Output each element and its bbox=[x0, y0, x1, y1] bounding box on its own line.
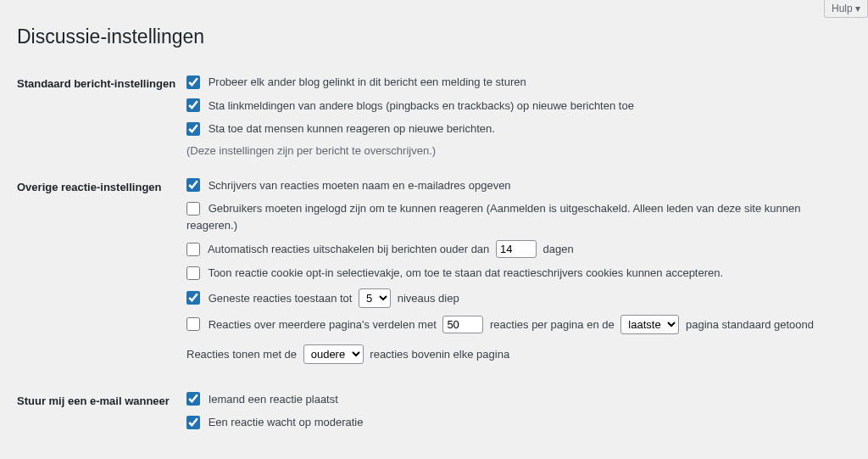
default-opt3-label[interactable]: Sta toe dat mensen kunnen reageren op ni… bbox=[186, 120, 843, 137]
other-opt4-checkbox[interactable] bbox=[186, 266, 200, 280]
default-opt1-checkbox[interactable] bbox=[186, 76, 200, 89]
other-opt1-checkbox[interactable] bbox=[186, 178, 200, 192]
close-days-input[interactable] bbox=[496, 240, 537, 258]
help-button[interactable]: Hulp ▾ bbox=[824, 0, 868, 18]
section-heading-email: Stuur mij een e-mail wanneer bbox=[17, 383, 186, 450]
default-page-select[interactable]: laatste bbox=[620, 315, 679, 334]
default-opt2-label[interactable]: Sta linkmeldingen van andere blogs (ping… bbox=[186, 98, 843, 115]
other-opt6-pre: Reacties over meerdere pagina's verdelen… bbox=[209, 318, 437, 331]
email-opt1-text: Iemand een reactie plaatst bbox=[209, 393, 338, 406]
other-opt5-pre: Geneste reacties toestaan tot bbox=[209, 292, 353, 305]
email-opt1-checkbox[interactable] bbox=[186, 392, 200, 406]
section-heading-before: Voor een reactie verschijnt bbox=[17, 450, 186, 460]
other-opt6-label[interactable]: Reacties over meerdere pagina's verdelen… bbox=[186, 315, 843, 334]
other-opt4-label[interactable]: Toon reactie cookie opt-in selectievakje… bbox=[186, 265, 843, 282]
thread-depth-select[interactable]: 5 bbox=[359, 288, 391, 308]
other-opt6-post: pagina standaard getoond bbox=[686, 318, 814, 331]
other-opt3-pre: Automatisch reacties uitschakelen bij be… bbox=[208, 243, 489, 255]
other-opt1-text: Schrijvers van reacties moeten naam en e… bbox=[209, 179, 511, 192]
comment-order-select[interactable]: oudere bbox=[303, 344, 364, 364]
email-opt2-checkbox[interactable] bbox=[186, 416, 200, 429]
default-opt3-checkbox[interactable] bbox=[186, 122, 200, 136]
other-opt2-checkbox[interactable] bbox=[186, 202, 200, 216]
email-opt2-label[interactable]: Een reactie wacht op moderatie bbox=[186, 414, 843, 431]
default-opt3-text: Sta toe dat mensen kunnen reageren op ni… bbox=[209, 122, 495, 135]
other-opt7-label: Reacties tonen met de oudere reacties bo… bbox=[186, 344, 843, 364]
other-opt7-pre: Reacties tonen met de bbox=[186, 348, 297, 361]
default-opt1-label[interactable]: Probeer elk ander blog gelinkt in dit be… bbox=[186, 74, 843, 91]
email-opt2-text: Een reactie wacht op moderatie bbox=[209, 416, 364, 428]
other-opt6-mid: reacties per pagina en de bbox=[490, 318, 615, 331]
other-opt3-label[interactable]: Automatisch reacties uitschakelen bij be… bbox=[186, 240, 843, 258]
default-opt1-text: Probeer elk ander blog gelinkt in dit be… bbox=[209, 76, 526, 88]
other-opt2-label[interactable]: Gebruikers moeten ingelogd zijn om te ku… bbox=[186, 200, 843, 233]
other-opt7-post: reacties bovenin elke pagina bbox=[370, 348, 509, 361]
default-opt2-checkbox[interactable] bbox=[186, 98, 200, 112]
other-opt5-checkbox[interactable] bbox=[186, 291, 200, 305]
default-opt2-text: Sta linkmeldingen van andere blogs (ping… bbox=[209, 99, 634, 112]
other-opt3-checkbox[interactable] bbox=[186, 243, 200, 256]
section-heading-other: Overige reactie-instellingen bbox=[17, 169, 186, 383]
other-opt2-text: Gebruikers moeten ingelogd zijn om te ku… bbox=[186, 202, 800, 232]
other-opt4-text: Toon reactie cookie opt-in selectievakje… bbox=[208, 266, 723, 279]
email-opt1-label[interactable]: Iemand een reactie plaatst bbox=[186, 391, 843, 408]
other-opt6-checkbox[interactable] bbox=[186, 317, 200, 331]
page-title: Discussie-instellingen bbox=[17, 25, 851, 48]
per-page-input[interactable] bbox=[442, 316, 483, 333]
other-opt5-post: niveaus diep bbox=[398, 292, 459, 305]
other-opt5-label[interactable]: Geneste reacties toestaan tot 5 niveaus … bbox=[186, 288, 843, 308]
other-opt1-label[interactable]: Schrijvers van reacties moeten naam en e… bbox=[186, 177, 843, 194]
default-note: (Deze instellingen zijn per bericht te o… bbox=[186, 144, 843, 157]
other-opt3-post: dagen bbox=[543, 243, 574, 255]
section-heading-default: Standaard bericht-instellingen bbox=[17, 65, 186, 169]
